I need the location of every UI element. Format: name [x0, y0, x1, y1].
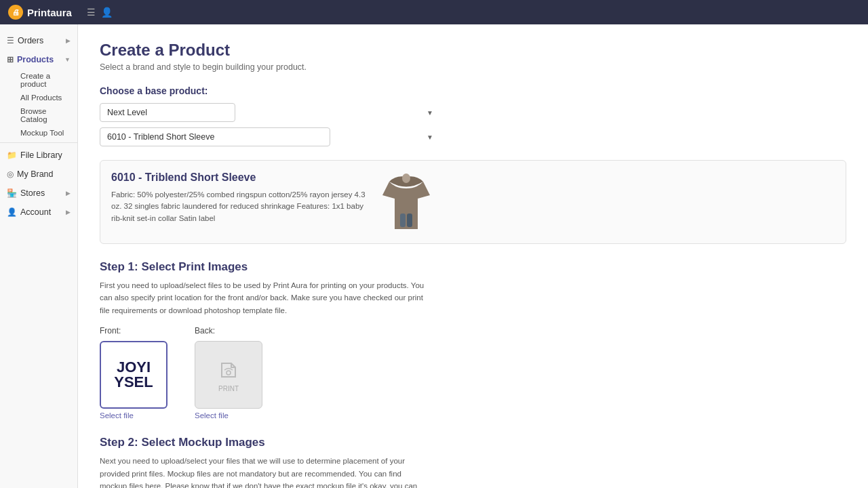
- user-icon[interactable]: 👤: [101, 7, 113, 18]
- account-arrow: ▶: [66, 209, 71, 216]
- orders-icon: ☰: [7, 36, 14, 45]
- step1-front-panel: JOYIYSEL: [100, 341, 167, 409]
- svg-point-3: [226, 371, 231, 375]
- step2-title: Step 2: Select Mockup Images: [100, 436, 846, 449]
- sidebar-label-products: Products: [17, 55, 54, 64]
- step1-front-label: Front:: [100, 326, 167, 336]
- stores-arrow: ▶: [66, 190, 71, 197]
- layout: ☰ Orders ▶ ⊞ Products ▼ Create a product…: [0, 24, 868, 488]
- sidebar: ☰ Orders ▶ ⊞ Products ▼ Create a product…: [0, 24, 78, 488]
- sidebar-item-account[interactable]: 👤 Account ▶: [0, 203, 77, 222]
- sidebar-label-file-library: File Library: [20, 150, 62, 160]
- step1-back-empty-label: PRINT: [218, 385, 239, 392]
- svg-point-0: [402, 174, 410, 183]
- top-nav: 🖨 Printaura ☰ 👤: [0, 0, 868, 24]
- step1-back-label: Back:: [195, 326, 262, 336]
- page-subtitle: Select a brand and style to begin buildi…: [100, 62, 846, 72]
- step1-image-panels: Front: JOYIYSEL Select file Back:: [100, 326, 846, 420]
- sidebar-item-browse-catalog[interactable]: Browse Catalog: [15, 104, 77, 126]
- logo: 🖨 Printaura: [8, 5, 72, 20]
- step1-back-panel: PRINT: [195, 341, 262, 409]
- style-select-wrapper: 6010 - Triblend Short Sleeve 3600 - Cott…: [100, 127, 439, 146]
- product-shirt-svg: [382, 171, 430, 232]
- step1-back-select-link[interactable]: Select file: [195, 411, 262, 420]
- my-brand-icon: ◎: [7, 169, 14, 179]
- sidebar-item-my-brand[interactable]: ◎ My Brand: [0, 165, 77, 184]
- sidebar-divider-1: [0, 142, 77, 143]
- main-content: Create a Product Select a brand and styl…: [78, 24, 868, 488]
- step1-desc: First you need to upload/select files to…: [100, 279, 425, 317]
- top-nav-icons: ☰ 👤: [87, 7, 113, 18]
- step2-desc: Next you need to upload/select your file…: [100, 455, 425, 488]
- sidebar-label-stores: Stores: [20, 188, 45, 198]
- print-placeholder-icon: [216, 358, 241, 382]
- brand-select-wrapper: Next Level Bella+Canvas Gildan American …: [100, 103, 439, 122]
- step1-section: Step 1: Select Print Images First you ne…: [100, 260, 846, 420]
- base-product-section: Choose a base product: Next Level Bella+…: [100, 85, 846, 146]
- product-info-card: 6010 - Triblend Short Sleeve Fabric: 50%…: [100, 160, 846, 244]
- step1-front-preview-text: JOYIYSEL: [114, 360, 153, 390]
- step2-section: Step 2: Select Mockup Images Next you ne…: [100, 436, 846, 488]
- svg-rect-2: [407, 214, 412, 227]
- sidebar-item-file-library[interactable]: 📁 File Library: [0, 146, 77, 165]
- sidebar-label-orders: Orders: [18, 36, 43, 45]
- step1-back-group: Back: PRINT Select file: [195, 326, 262, 420]
- logo-text: Printaura: [27, 7, 72, 18]
- sidebar-item-stores[interactable]: 🏪 Stores ▶: [0, 184, 77, 203]
- brand-select[interactable]: Next Level Bella+Canvas Gildan American …: [100, 103, 235, 122]
- product-image: [382, 171, 430, 232]
- product-info-text: 6010 - Triblend Short Sleeve Fabric: 50%…: [111, 171, 369, 224]
- product-fabric: Fabric: 50% polyester/25% combed ringspu…: [111, 189, 369, 224]
- page-title: Create a Product: [100, 41, 846, 60]
- sidebar-item-create-product[interactable]: Create a product: [15, 69, 77, 91]
- products-arrow: ▼: [64, 56, 71, 63]
- logo-icon: 🖨: [8, 5, 23, 20]
- sidebar-item-all-products[interactable]: All Products: [15, 91, 77, 104]
- style-select-arrow: ▼: [427, 134, 433, 141]
- menu-icon[interactable]: ☰: [87, 7, 96, 18]
- file-library-icon: 📁: [7, 150, 17, 160]
- stores-icon: 🏪: [7, 188, 17, 198]
- products-icon: ⊞: [7, 55, 14, 64]
- step1-title: Step 1: Select Print Images: [100, 260, 846, 274]
- svg-rect-1: [400, 214, 406, 227]
- step1-front-group: Front: JOYIYSEL Select file: [100, 326, 167, 420]
- sidebar-label-my-brand: My Brand: [17, 169, 54, 179]
- account-icon: 👤: [7, 207, 17, 217]
- step1-front-select-link[interactable]: Select file: [100, 411, 167, 420]
- product-name: 6010 - Triblend Short Sleeve: [111, 171, 369, 184]
- sidebar-products-submenu: Create a product All Products Browse Cat…: [0, 69, 77, 140]
- choose-base-label: Choose a base product:: [100, 85, 846, 96]
- sidebar-label-account: Account: [20, 207, 51, 217]
- sidebar-item-orders[interactable]: ☰ Orders ▶: [0, 31, 77, 50]
- orders-arrow: ▶: [66, 37, 71, 44]
- sidebar-item-products[interactable]: ⊞ Products ▼: [0, 50, 77, 69]
- sidebar-item-mockup-tool[interactable]: Mockup Tool: [15, 126, 77, 140]
- brand-select-arrow: ▼: [427, 109, 433, 117]
- style-select[interactable]: 6010 - Triblend Short Sleeve 3600 - Cott…: [100, 127, 330, 146]
